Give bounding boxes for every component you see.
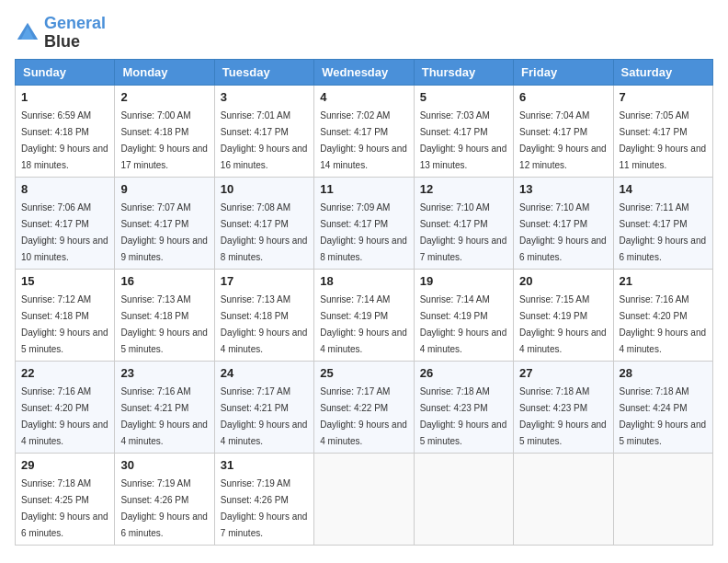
day-info: Sunrise: 7:19 AMSunset: 4:26 PMDaylight:… [120, 478, 208, 538]
calendar-week-3: 15 Sunrise: 7:12 AMSunset: 4:18 PMDaylig… [16, 269, 713, 361]
column-header-sunday: Sunday [16, 59, 115, 85]
calendar-cell: 5 Sunrise: 7:03 AMSunset: 4:17 PMDayligh… [414, 85, 513, 177]
day-info: Sunrise: 7:12 AMSunset: 4:18 PMDaylight:… [21, 294, 108, 354]
day-info: Sunrise: 7:08 AMSunset: 4:17 PMDaylight:… [221, 202, 308, 262]
day-info: Sunrise: 7:17 AMSunset: 4:21 PMDaylight:… [221, 386, 308, 446]
calendar-cell [514, 453, 613, 545]
calendar-cell: 15 Sunrise: 7:12 AMSunset: 4:18 PMDaylig… [16, 269, 115, 361]
calendar-cell: 4 Sunrise: 7:02 AMSunset: 4:17 PMDayligh… [314, 85, 414, 177]
calendar-week-2: 8 Sunrise: 7:06 AMSunset: 4:17 PMDayligh… [16, 177, 713, 269]
day-info: Sunrise: 7:16 AMSunset: 4:21 PMDaylight:… [120, 386, 208, 446]
day-info: Sunrise: 7:14 AMSunset: 4:19 PMDaylight:… [420, 294, 507, 354]
logo-text: GeneralBlue [44, 15, 106, 52]
day-number: 5 [420, 90, 507, 104]
calendar-cell: 29 Sunrise: 7:18 AMSunset: 4:25 PMDaylig… [16, 453, 115, 545]
logo: GeneralBlue [15, 15, 106, 52]
calendar-cell: 6 Sunrise: 7:04 AMSunset: 4:17 PMDayligh… [514, 85, 613, 177]
calendar-week-5: 29 Sunrise: 7:18 AMSunset: 4:25 PMDaylig… [16, 453, 713, 545]
calendar-cell: 30 Sunrise: 7:19 AMSunset: 4:26 PMDaylig… [115, 453, 214, 545]
day-number: 26 [420, 366, 507, 380]
day-info: Sunrise: 7:16 AMSunset: 4:20 PMDaylight:… [21, 386, 108, 446]
day-info: Sunrise: 7:10 AMSunset: 4:17 PMDaylight:… [519, 202, 607, 262]
day-number: 8 [21, 182, 108, 196]
day-number: 16 [120, 274, 208, 288]
day-number: 24 [221, 366, 308, 380]
calendar-cell [613, 453, 712, 545]
day-number: 10 [221, 182, 308, 196]
calendar-cell [314, 453, 414, 545]
day-number: 4 [320, 90, 407, 104]
day-info: Sunrise: 7:11 AMSunset: 4:17 PMDaylight:… [620, 202, 707, 262]
calendar-week-1: 1 Sunrise: 6:59 AMSunset: 4:18 PMDayligh… [16, 85, 713, 177]
logo-icon [15, 20, 40, 46]
day-info: Sunrise: 7:13 AMSunset: 4:18 PMDaylight:… [221, 294, 308, 354]
calendar-cell: 18 Sunrise: 7:14 AMSunset: 4:19 PMDaylig… [314, 269, 414, 361]
day-info: Sunrise: 7:03 AMSunset: 4:17 PMDaylight:… [420, 110, 507, 170]
day-info: Sunrise: 7:17 AMSunset: 4:22 PMDaylight:… [320, 386, 407, 446]
calendar-week-4: 22 Sunrise: 7:16 AMSunset: 4:20 PMDaylig… [16, 361, 713, 453]
calendar-cell: 14 Sunrise: 7:11 AMSunset: 4:17 PMDaylig… [613, 177, 712, 269]
day-number: 18 [320, 274, 407, 288]
column-header-wednesday: Wednesday [314, 59, 414, 85]
day-number: 7 [620, 90, 707, 104]
day-info: Sunrise: 7:02 AMSunset: 4:17 PMDaylight:… [320, 110, 407, 170]
day-number: 27 [519, 366, 607, 380]
day-number: 6 [519, 90, 607, 104]
day-number: 1 [21, 90, 108, 104]
calendar-cell: 31 Sunrise: 7:19 AMSunset: 4:26 PMDaylig… [214, 453, 313, 545]
calendar-cell: 12 Sunrise: 7:10 AMSunset: 4:17 PMDaylig… [414, 177, 513, 269]
day-number: 15 [21, 274, 108, 288]
day-info: Sunrise: 7:05 AMSunset: 4:17 PMDaylight:… [620, 110, 707, 170]
day-info: Sunrise: 7:00 AMSunset: 4:18 PMDaylight:… [120, 110, 208, 170]
day-number: 30 [120, 458, 208, 472]
day-number: 25 [320, 366, 407, 380]
calendar-cell: 23 Sunrise: 7:16 AMSunset: 4:21 PMDaylig… [115, 361, 214, 453]
calendar-cell: 19 Sunrise: 7:14 AMSunset: 4:19 PMDaylig… [414, 269, 513, 361]
day-info: Sunrise: 7:16 AMSunset: 4:20 PMDaylight:… [620, 294, 707, 354]
day-number: 2 [120, 90, 208, 104]
day-number: 13 [519, 182, 607, 196]
day-number: 17 [221, 274, 308, 288]
day-info: Sunrise: 6:59 AMSunset: 4:18 PMDaylight:… [21, 110, 108, 170]
day-info: Sunrise: 7:18 AMSunset: 4:23 PMDaylight:… [420, 386, 507, 446]
calendar-cell: 7 Sunrise: 7:05 AMSunset: 4:17 PMDayligh… [613, 85, 712, 177]
calendar-cell: 8 Sunrise: 7:06 AMSunset: 4:17 PMDayligh… [16, 177, 115, 269]
calendar-cell: 1 Sunrise: 6:59 AMSunset: 4:18 PMDayligh… [16, 85, 115, 177]
day-number: 23 [120, 366, 208, 380]
day-number: 3 [221, 90, 308, 104]
calendar-cell [414, 453, 513, 545]
day-info: Sunrise: 7:15 AMSunset: 4:19 PMDaylight:… [519, 294, 607, 354]
day-info: Sunrise: 7:01 AMSunset: 4:17 PMDaylight:… [221, 110, 308, 170]
day-info: Sunrise: 7:04 AMSunset: 4:17 PMDaylight:… [519, 110, 607, 170]
calendar-cell: 3 Sunrise: 7:01 AMSunset: 4:17 PMDayligh… [214, 85, 313, 177]
calendar-cell: 2 Sunrise: 7:00 AMSunset: 4:18 PMDayligh… [115, 85, 214, 177]
day-number: 29 [21, 458, 108, 472]
day-info: Sunrise: 7:18 AMSunset: 4:23 PMDaylight:… [519, 386, 607, 446]
day-info: Sunrise: 7:18 AMSunset: 4:25 PMDaylight:… [21, 478, 108, 538]
calendar-cell: 25 Sunrise: 7:17 AMSunset: 4:22 PMDaylig… [314, 361, 414, 453]
column-header-saturday: Saturday [613, 59, 712, 85]
day-info: Sunrise: 7:18 AMSunset: 4:24 PMDaylight:… [620, 386, 707, 446]
day-number: 22 [21, 366, 108, 380]
calendar-cell: 21 Sunrise: 7:16 AMSunset: 4:20 PMDaylig… [613, 269, 712, 361]
day-number: 20 [519, 274, 607, 288]
day-number: 14 [620, 182, 707, 196]
day-number: 11 [320, 182, 407, 196]
day-number: 28 [620, 366, 707, 380]
page-header: GeneralBlue [15, 15, 713, 52]
column-header-thursday: Thursday [414, 59, 513, 85]
day-number: 31 [221, 458, 308, 472]
column-header-tuesday: Tuesday [214, 59, 313, 85]
calendar-cell: 24 Sunrise: 7:17 AMSunset: 4:21 PMDaylig… [214, 361, 313, 453]
column-header-monday: Monday [115, 59, 214, 85]
day-info: Sunrise: 7:07 AMSunset: 4:17 PMDaylight:… [120, 202, 208, 262]
day-info: Sunrise: 7:10 AMSunset: 4:17 PMDaylight:… [420, 202, 507, 262]
day-info: Sunrise: 7:06 AMSunset: 4:17 PMDaylight:… [21, 202, 108, 262]
calendar-cell: 13 Sunrise: 7:10 AMSunset: 4:17 PMDaylig… [514, 177, 613, 269]
calendar-cell: 11 Sunrise: 7:09 AMSunset: 4:17 PMDaylig… [314, 177, 414, 269]
column-header-friday: Friday [514, 59, 613, 85]
day-number: 9 [120, 182, 208, 196]
calendar-cell: 10 Sunrise: 7:08 AMSunset: 4:17 PMDaylig… [214, 177, 313, 269]
calendar-table: SundayMondayTuesdayWednesdayThursdayFrid… [15, 59, 713, 546]
day-info: Sunrise: 7:09 AMSunset: 4:17 PMDaylight:… [320, 202, 407, 262]
